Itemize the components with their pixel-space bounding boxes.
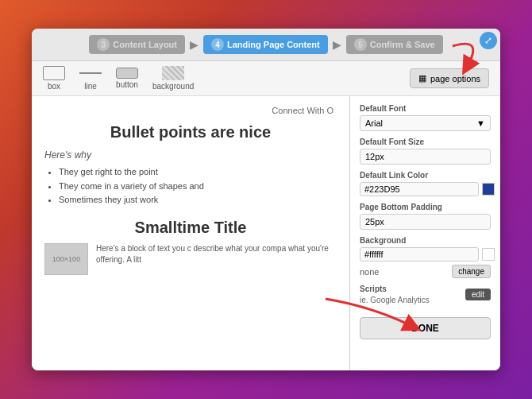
nav-step-4-num: 4 [211, 38, 224, 51]
nav-step-4-label: Landing Page Content [227, 40, 320, 49]
default-font-label: Default Font [360, 104, 491, 113]
section1-title: Bullet points are nice [44, 123, 337, 141]
toolbar-background[interactable]: background [152, 66, 194, 91]
line-icon [79, 72, 102, 74]
default-font-size-field: Default Font Size [360, 138, 491, 165]
link-color-field: Default Link Color [360, 171, 491, 196]
default-font-size-input[interactable] [360, 149, 491, 165]
scripts-field: Scripts ie. Google Analytics edit [360, 285, 491, 304]
options-panel: Default Font Arial ▼ Default Font Size D… [349, 96, 500, 370]
bullet-list: They get right to the point They come in… [44, 165, 337, 207]
page-bottom-padding-input[interactable] [360, 214, 491, 230]
background-icon [162, 66, 184, 80]
content-area: Connect With O Bullet points are nice He… [32, 96, 500, 370]
top-nav: 3 Content Layout ▶ 4 Landing Page Conten… [32, 29, 500, 61]
section1-subtitle: Here's why [44, 149, 337, 161]
scripts-subtext: ie. Google Analytics [360, 296, 430, 304]
page-bottom-padding-label: Page Bottom Padding [360, 203, 491, 211]
page-options-icon: ▦ [418, 73, 426, 83]
scripts-label-group: Scripts ie. Google Analytics [360, 285, 430, 304]
line-label: line [84, 82, 97, 91]
nav-arrow-2: ▶ [333, 38, 341, 51]
link-color-row [360, 182, 491, 196]
background-label: Background [360, 236, 491, 245]
nav-step-5-num: 5 [354, 38, 367, 51]
bullet-item-2: They come in a variety of shapes and [59, 180, 337, 194]
nav-step-3[interactable]: 3 Content Layout [89, 35, 185, 54]
nav-step-3-label: Content Layout [113, 40, 177, 49]
default-font-input[interactable]: Arial ▼ [360, 115, 491, 131]
background-color-input[interactable] [360, 247, 479, 261]
default-font-value: Arial [365, 118, 383, 128]
default-font-field: Default Font Arial ▼ [360, 104, 491, 131]
background-color-row [360, 247, 491, 261]
toolbar-box[interactable]: box [43, 66, 65, 91]
none-label: none [360, 267, 449, 277]
nav-step-4[interactable]: 4 Landing Page Content [203, 35, 328, 54]
page-options-label: page options [430, 74, 480, 83]
background-image-row: none change [360, 265, 491, 278]
bullet-item-1: They get right to the point [59, 165, 337, 180]
box-icon [43, 66, 65, 80]
change-button[interactable]: change [452, 265, 491, 278]
bottom-row: 100×100 Here's a block of text you c des… [44, 243, 337, 275]
link-color-swatch[interactable] [482, 183, 495, 196]
link-color-label: Default Link Color [360, 171, 491, 180]
image-size-label: 100×100 [52, 255, 80, 263]
background-color-swatch[interactable] [482, 248, 495, 261]
connect-bar: Connect With O [44, 106, 337, 115]
scripts-row: Scripts ie. Google Analytics edit [360, 285, 491, 304]
nav-step-5-label: Confirm & Save [370, 40, 435, 49]
bullet-item-3: Sometimes they just work [59, 193, 337, 207]
nav-step-5[interactable]: 5 Confirm & Save [346, 35, 443, 54]
toolbar-line[interactable]: line [79, 66, 102, 91]
background-label: background [152, 82, 194, 91]
button-icon [116, 68, 138, 79]
box-label: box [48, 82, 60, 91]
link-color-input[interactable] [360, 182, 479, 196]
nav-arrow-1: ▶ [190, 38, 199, 51]
done-button[interactable]: DONE [360, 317, 491, 339]
placeholder-image: 100×100 [44, 243, 88, 275]
toolbar-button[interactable]: button [116, 68, 138, 89]
font-dropdown-arrow: ▼ [476, 118, 485, 128]
main-container: 3 Content Layout ▶ 4 Landing Page Conten… [32, 29, 500, 370]
section2-title: Smalltime Title [44, 219, 337, 237]
page-options-button[interactable]: ▦ page options [410, 68, 489, 88]
bottom-text: Here's a block of text you c describe wh… [96, 243, 337, 265]
nav-step-3-num: 3 [97, 38, 110, 51]
background-field: Background none change [360, 236, 491, 278]
expand-icon[interactable]: ⤢ [480, 32, 497, 49]
button-label: button [116, 80, 138, 89]
scripts-label: Scripts [360, 285, 430, 293]
toolbar: box line button background ▦ page option… [32, 61, 500, 96]
edit-button[interactable]: edit [465, 289, 491, 300]
page-canvas: Connect With O Bullet points are nice He… [32, 96, 349, 370]
default-font-size-label: Default Font Size [360, 138, 491, 146]
page-bottom-padding-field: Page Bottom Padding [360, 203, 491, 230]
